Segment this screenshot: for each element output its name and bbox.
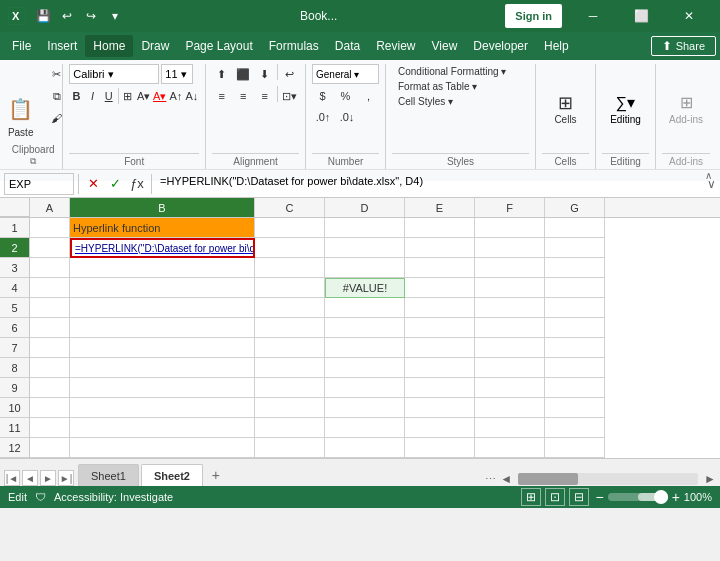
paste-button[interactable]: 📋 Paste	[0, 76, 43, 142]
menu-data[interactable]: Data	[327, 35, 368, 57]
cell-f5[interactable]	[475, 298, 545, 318]
cell-c12[interactable]	[255, 438, 325, 458]
share-button[interactable]: ⬆ Share	[651, 36, 716, 56]
insert-function-button[interactable]: ƒx	[127, 174, 147, 194]
cell-c5[interactable]	[255, 298, 325, 318]
menu-formulas[interactable]: Formulas	[261, 35, 327, 57]
cell-a7[interactable]	[30, 338, 70, 358]
cell-f8[interactable]	[475, 358, 545, 378]
cell-d1[interactable]	[325, 218, 405, 238]
cell-a2[interactable]	[30, 238, 70, 258]
cell-d4[interactable]: #VALUE!	[325, 278, 405, 298]
align-right-button[interactable]: ≡	[255, 86, 275, 106]
cell-c6[interactable]	[255, 318, 325, 338]
row-header-9[interactable]: 9	[0, 378, 30, 398]
cell-a12[interactable]	[30, 438, 70, 458]
italic-button[interactable]: I	[85, 86, 99, 106]
increase-font-button[interactable]: A↑	[169, 86, 183, 106]
cell-a10[interactable]	[30, 398, 70, 418]
cell-a8[interactable]	[30, 358, 70, 378]
cell-g7[interactable]	[545, 338, 605, 358]
cell-g2[interactable]	[545, 238, 605, 258]
cell-g6[interactable]	[545, 318, 605, 338]
zoom-in-button[interactable]: +	[672, 489, 680, 505]
cell-f10[interactable]	[475, 398, 545, 418]
font-color-button[interactable]: A▾	[153, 86, 167, 106]
formula-bar-expand-button[interactable]: ∨	[707, 177, 716, 191]
sheet-tab-sheet1[interactable]: Sheet1	[78, 464, 139, 486]
sheet-prev-button[interactable]: ◄	[22, 470, 38, 486]
borders-button[interactable]: ⊞	[120, 86, 134, 106]
cell-d12[interactable]	[325, 438, 405, 458]
page-layout-view-button[interactable]: ⊡	[545, 488, 565, 506]
sheet-next-button[interactable]: ►	[40, 470, 56, 486]
zoom-out-button[interactable]: −	[595, 489, 603, 505]
sign-in-button[interactable]: Sign in	[505, 4, 562, 28]
accessibility-label[interactable]: Accessibility: Investigate	[54, 491, 173, 503]
cell-styles-button[interactable]: Cell Styles ▾	[392, 94, 529, 109]
cell-c3[interactable]	[255, 258, 325, 278]
cell-d5[interactable]	[325, 298, 405, 318]
row-header-6[interactable]: 6	[0, 318, 30, 338]
cell-b8[interactable]	[70, 358, 255, 378]
decrease-font-button[interactable]: A↓	[185, 86, 199, 106]
scroll-left-button[interactable]: ◄	[500, 472, 512, 486]
cell-a9[interactable]	[30, 378, 70, 398]
scroll-right-button[interactable]: ►	[704, 472, 716, 486]
cell-c7[interactable]	[255, 338, 325, 358]
sheet-last-button[interactable]: ►|	[58, 470, 74, 486]
row-header-11[interactable]: 11	[0, 418, 30, 438]
cell-e9[interactable]	[405, 378, 475, 398]
cell-d2[interactable]	[325, 238, 405, 258]
row-header-2[interactable]: 2	[0, 238, 30, 258]
menu-home[interactable]: Home	[85, 35, 133, 57]
row-header-5[interactable]: 5	[0, 298, 30, 318]
cell-c10[interactable]	[255, 398, 325, 418]
font-family-dropdown[interactable]: Calibri ▾	[69, 64, 159, 84]
col-header-e[interactable]: E	[405, 198, 475, 217]
cell-b12[interactable]	[70, 438, 255, 458]
col-header-g[interactable]: G	[545, 198, 605, 217]
save-button[interactable]: 💾	[32, 5, 54, 27]
cell-e12[interactable]	[405, 438, 475, 458]
more-qa-button[interactable]: ▾	[104, 5, 126, 27]
cell-d8[interactable]	[325, 358, 405, 378]
cell-g11[interactable]	[545, 418, 605, 438]
cell-b11[interactable]	[70, 418, 255, 438]
cell-d9[interactable]	[325, 378, 405, 398]
select-all-button[interactable]	[0, 198, 30, 217]
row-header-4[interactable]: 4	[0, 278, 30, 298]
font-size-dropdown[interactable]: 11 ▾	[161, 64, 193, 84]
cell-a11[interactable]	[30, 418, 70, 438]
cell-c11[interactable]	[255, 418, 325, 438]
add-sheet-button[interactable]: +	[205, 464, 227, 486]
cell-f3[interactable]	[475, 258, 545, 278]
cell-f4[interactable]	[475, 278, 545, 298]
accept-formula-button[interactable]: ✓	[105, 174, 125, 194]
cell-e5[interactable]	[405, 298, 475, 318]
restore-button[interactable]: ⬜	[618, 0, 664, 32]
col-header-d[interactable]: D	[325, 198, 405, 217]
formula-input[interactable]: =HYPERLINK("D:\Dataset for power bi\date…	[156, 173, 703, 195]
col-header-f[interactable]: F	[475, 198, 545, 217]
align-bottom-button[interactable]: ⬇	[255, 64, 275, 84]
row-header-10[interactable]: 10	[0, 398, 30, 418]
cell-b2[interactable]: =HYPERLINK("D:\Dataset for power bi\date…	[70, 238, 255, 258]
cell-c8[interactable]	[255, 358, 325, 378]
cell-g8[interactable]	[545, 358, 605, 378]
cell-e2[interactable]	[405, 238, 475, 258]
merge-cells-button[interactable]: ⊡▾	[279, 86, 299, 106]
zoom-slider[interactable]	[608, 493, 668, 501]
cell-g3[interactable]	[545, 258, 605, 278]
cell-c9[interactable]	[255, 378, 325, 398]
cell-b7[interactable]	[70, 338, 255, 358]
cell-d11[interactable]	[325, 418, 405, 438]
cell-c2[interactable]	[255, 238, 325, 258]
cell-b5[interactable]	[70, 298, 255, 318]
minimize-button[interactable]: ─	[570, 0, 616, 32]
cell-e11[interactable]	[405, 418, 475, 438]
cell-c4[interactable]	[255, 278, 325, 298]
cell-f7[interactable]	[475, 338, 545, 358]
cell-a1[interactable]	[30, 218, 70, 238]
cell-a3[interactable]	[30, 258, 70, 278]
